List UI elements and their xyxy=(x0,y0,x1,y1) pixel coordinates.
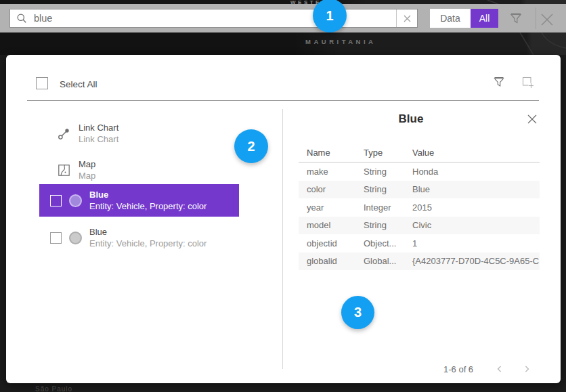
table-row: globalid Global... {A4203777-D70D-4C5C-9… xyxy=(299,253,540,271)
result-title: Blue xyxy=(89,189,206,200)
table-row: color String Blue xyxy=(299,181,540,199)
table-header-row: Name Type Value xyxy=(299,144,540,162)
result-item-blue[interactable]: Blue Entity: Vehicle, Property: color xyxy=(39,221,239,254)
result-subtitle: Map xyxy=(79,170,95,181)
detail-close-icon[interactable] xyxy=(527,114,538,127)
entity-circle-icon xyxy=(69,194,82,207)
select-all-checkbox[interactable] xyxy=(36,77,48,89)
search-results-panel: Select All Link Chart Link Chart Map xyxy=(6,55,561,383)
cell-value: 1 xyxy=(412,238,540,248)
cell-type: String xyxy=(364,184,412,194)
result-item-map[interactable]: Map Map xyxy=(33,154,239,186)
map-label-mauritania: MAURITANIA xyxy=(305,38,376,45)
filter-icon[interactable] xyxy=(509,12,523,28)
cell-name: color xyxy=(307,184,364,194)
search-dialog-screen: WESTER MAURITANIA São Paulo Data All 1 2… xyxy=(0,0,566,392)
result-checkbox[interactable] xyxy=(50,195,62,206)
table-row: year Integer 2015 xyxy=(299,198,540,217)
clear-search-button[interactable] xyxy=(396,9,417,27)
cell-value: Civic xyxy=(412,220,540,230)
pagination-label: 1-6 of 6 xyxy=(443,364,473,374)
column-header-type: Type xyxy=(364,148,412,158)
result-subtitle: Link Chart xyxy=(79,133,118,145)
cell-name: model xyxy=(307,220,364,230)
topbar-divider xyxy=(536,7,536,29)
mode-option-all[interactable]: All xyxy=(471,9,498,28)
attribute-table: Name Type Value make String Honda color … xyxy=(299,144,540,270)
add-selection-icon[interactable] xyxy=(521,76,534,91)
result-title: Map xyxy=(79,158,95,170)
cell-type: Integer xyxy=(364,202,412,213)
search-mode-toggle: Data All xyxy=(430,9,498,28)
cell-value: Honda xyxy=(412,167,540,177)
result-title: Link Chart xyxy=(79,122,118,133)
search-bar: Data All xyxy=(0,4,566,32)
link-chart-icon xyxy=(58,127,70,140)
cell-name: objectid xyxy=(307,238,364,248)
cell-name: year xyxy=(307,202,364,213)
results-filter-icon[interactable] xyxy=(493,76,505,91)
cell-value: 2015 xyxy=(412,202,540,213)
cell-value: {A4203777-D70D-4C5C-9A65-C... xyxy=(412,256,540,266)
mode-option-data[interactable]: Data xyxy=(430,9,471,28)
entity-circle-icon xyxy=(69,232,82,244)
result-title: Blue xyxy=(89,226,206,238)
table-row: model String Civic xyxy=(299,217,540,235)
callout-badge-1: 1 xyxy=(313,0,347,32)
map-label-bottom: São Paulo xyxy=(35,385,72,392)
column-header-name: Name xyxy=(307,148,364,158)
chevron-left-icon[interactable] xyxy=(496,365,504,373)
result-subtitle: Entity: Vehicle, Property: color xyxy=(89,238,206,249)
cell-type: Global... xyxy=(364,256,412,266)
select-all-label: Select All xyxy=(60,79,97,89)
table-row: objectid Object... 1 xyxy=(299,234,540,253)
callout-badge-3: 3 xyxy=(341,296,374,329)
search-icon xyxy=(16,13,27,24)
close-search-icon[interactable] xyxy=(538,11,556,31)
cell-type: String xyxy=(364,220,412,230)
result-checkbox[interactable] xyxy=(50,232,62,244)
cell-type: String xyxy=(364,167,412,177)
map-icon xyxy=(58,164,70,177)
cell-value: Blue xyxy=(412,184,540,194)
result-item-blue-selected[interactable]: Blue Entity: Vehicle, Property: color xyxy=(39,184,239,217)
detail-title: Blue xyxy=(282,112,540,126)
panel-header-divider xyxy=(27,100,539,101)
clear-icon xyxy=(403,14,412,23)
cell-name: make xyxy=(307,167,364,177)
result-item-link-chart[interactable]: Link Chart Link Chart xyxy=(33,117,239,150)
result-subtitle: Entity: Vehicle, Property: color xyxy=(89,200,206,212)
cell-type: Object... xyxy=(364,238,412,248)
cell-name: globalid xyxy=(307,256,364,266)
table-row: make String Honda xyxy=(299,162,540,181)
columns-divider xyxy=(282,109,283,369)
column-header-value: Value xyxy=(412,148,540,158)
callout-badge-2: 2 xyxy=(234,129,268,163)
chevron-right-icon[interactable] xyxy=(523,365,531,373)
search-field xyxy=(9,9,418,28)
